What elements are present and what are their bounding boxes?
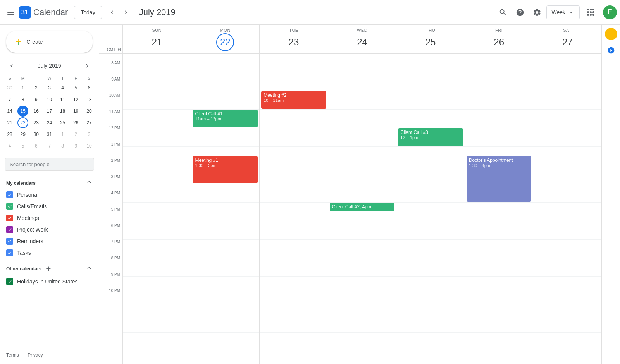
day-column[interactable]: Client Call #111am – 12pmMeeting #11:30 … <box>191 54 260 364</box>
mini-cal-day[interactable]: 27 <box>84 117 95 128</box>
other-calendar-item[interactable]: Holidays in United States <box>0 276 99 287</box>
prev-period-button[interactable] <box>105 5 119 19</box>
right-panel-icon-1[interactable] <box>605 28 617 40</box>
mini-cal-day[interactable]: 10 <box>84 141 95 151</box>
calendar-event[interactable]: Meeting #210 – 11am <box>261 91 326 109</box>
today-button[interactable]: Today <box>74 6 102 19</box>
calendar-event[interactable]: Doctor's Appointment1:30 – 4pm <box>467 156 532 202</box>
my-calendar-item[interactable]: Meetings <box>0 212 99 224</box>
privacy-link[interactable]: Privacy <box>28 352 43 358</box>
mini-cal-day[interactable]: 9 <box>31 94 41 105</box>
day-number[interactable]: 22 <box>216 33 234 51</box>
apps-button[interactable] <box>583 5 598 20</box>
mini-cal-day[interactable]: 25 <box>57 117 68 128</box>
my-calendar-item[interactable]: Project Work <box>0 224 99 235</box>
mini-cal-day[interactable]: 10 <box>44 94 55 105</box>
mini-cal-day[interactable]: 20 <box>84 106 95 117</box>
day-number[interactable]: 26 <box>490 33 508 51</box>
calendar-event[interactable]: Client Call #2, 4pm <box>330 203 395 211</box>
header-icons: Week E <box>495 5 617 20</box>
mini-cal-day[interactable]: 12 <box>71 94 81 105</box>
mini-cal-prev[interactable] <box>6 60 17 71</box>
my-calendar-item[interactable]: Calls/Emails <box>0 201 99 212</box>
calendar-checkbox[interactable] <box>6 203 13 210</box>
search-button[interactable] <box>495 5 511 20</box>
right-panel-icon-2[interactable] <box>604 43 618 57</box>
day-number[interactable]: 21 <box>148 33 166 51</box>
mini-cal-day[interactable]: 26 <box>71 117 81 128</box>
day-column[interactable]: Meeting #210 – 11am <box>259 54 328 364</box>
next-period-button[interactable] <box>119 5 133 19</box>
day-number[interactable]: 24 <box>353 33 371 51</box>
day-column[interactable] <box>533 54 601 364</box>
mini-cal-day[interactable]: 16 <box>31 106 41 117</box>
day-column[interactable] <box>122 54 191 364</box>
calendar-checkbox[interactable] <box>6 191 13 198</box>
mini-cal-next[interactable] <box>82 60 93 71</box>
calendar-event[interactable]: Meeting #11:30 – 3pm <box>193 156 258 183</box>
my-calendars-toggle[interactable] <box>86 179 93 187</box>
mini-cal-day[interactable]: 1 <box>57 129 68 140</box>
calendar-grid[interactable]: 8 AM9 AM10 AM11 AM12 PM1 PM2 PM3 PM4 PM5… <box>99 54 601 364</box>
mini-cal-day[interactable]: 23 <box>31 117 41 128</box>
mini-cal-day[interactable]: 7 <box>44 141 55 151</box>
mini-cal-day[interactable]: 5 <box>17 141 28 151</box>
mini-cal-day[interactable]: 2 <box>71 129 81 140</box>
mini-cal-day[interactable]: 4 <box>4 141 15 151</box>
mini-cal-day[interactable]: 1 <box>17 82 28 93</box>
mini-cal-day[interactable]: 22 <box>17 117 28 128</box>
mini-cal-day[interactable]: 9 <box>71 141 81 151</box>
add-other-calendar-button[interactable]: + <box>43 263 54 274</box>
other-calendars-toggle[interactable] <box>86 264 93 273</box>
mini-cal-day[interactable]: 21 <box>4 117 15 128</box>
right-panel-add-button[interactable] <box>604 67 618 81</box>
calendar-checkbox[interactable] <box>6 249 13 256</box>
mini-cal-day[interactable]: 29 <box>17 129 28 140</box>
mini-cal-day[interactable]: 30 <box>31 129 41 140</box>
mini-cal-day[interactable]: 13 <box>84 94 95 105</box>
mini-cal-day[interactable]: 18 <box>57 106 68 117</box>
mini-cal-day[interactable]: 6 <box>31 141 41 151</box>
mini-cal-day[interactable]: 3 <box>84 129 95 140</box>
search-people-input[interactable] <box>5 158 94 171</box>
day-number[interactable]: 25 <box>422 33 439 51</box>
day-number[interactable]: 23 <box>285 33 303 51</box>
mini-cal-day[interactable]: 19 <box>71 106 81 117</box>
mini-cal-day[interactable]: 2 <box>31 82 41 93</box>
calendar-checkbox[interactable] <box>6 278 13 285</box>
day-column[interactable]: Client Call #2, 4pm <box>328 54 396 364</box>
mini-cal-day[interactable]: 31 <box>44 129 55 140</box>
view-selector[interactable]: Week <box>546 5 580 19</box>
calendar-checkbox[interactable] <box>6 215 13 221</box>
mini-cal-day[interactable]: 24 <box>44 117 55 128</box>
create-button[interactable]: + Create <box>6 31 93 53</box>
mini-cal-day[interactable]: 17 <box>44 106 55 117</box>
mini-cal-day[interactable]: 14 <box>4 106 15 117</box>
calendar-event[interactable]: Client Call #312 – 1pm <box>398 128 463 146</box>
mini-cal-day[interactable]: 3 <box>44 82 55 93</box>
my-calendar-item[interactable]: Tasks <box>0 247 99 259</box>
mini-cal-day[interactable]: 28 <box>4 129 15 140</box>
terms-link[interactable]: Terms <box>6 352 19 358</box>
calendar-event[interactable]: Client Call #111am – 12pm <box>193 110 258 127</box>
mini-cal-day[interactable]: 30 <box>4 82 15 93</box>
mini-cal-day[interactable]: 5 <box>71 82 81 93</box>
mini-cal-day[interactable]: 11 <box>57 94 68 105</box>
mini-cal-day[interactable]: 8 <box>57 141 68 151</box>
hamburger-button[interactable] <box>3 5 19 20</box>
mini-cal-day[interactable]: 15 <box>17 106 28 117</box>
calendar-checkbox[interactable] <box>6 226 13 233</box>
my-calendar-item[interactable]: Reminders <box>0 235 99 247</box>
mini-cal-day[interactable]: 7 <box>4 94 15 105</box>
settings-button[interactable] <box>529 5 545 20</box>
mini-cal-day[interactable]: 8 <box>17 94 28 105</box>
day-column[interactable]: Doctor's Appointment1:30 – 4pm <box>465 54 533 364</box>
help-button[interactable] <box>512 5 528 20</box>
calendar-checkbox[interactable] <box>6 238 13 245</box>
day-column[interactable]: Client Call #312 – 1pm <box>396 54 465 364</box>
my-calendar-item[interactable]: Personal <box>0 189 99 201</box>
user-avatar[interactable]: E <box>603 5 617 19</box>
mini-cal-day[interactable]: 6 <box>84 82 95 93</box>
mini-cal-day[interactable]: 4 <box>57 82 68 93</box>
day-number[interactable]: 27 <box>558 33 576 51</box>
